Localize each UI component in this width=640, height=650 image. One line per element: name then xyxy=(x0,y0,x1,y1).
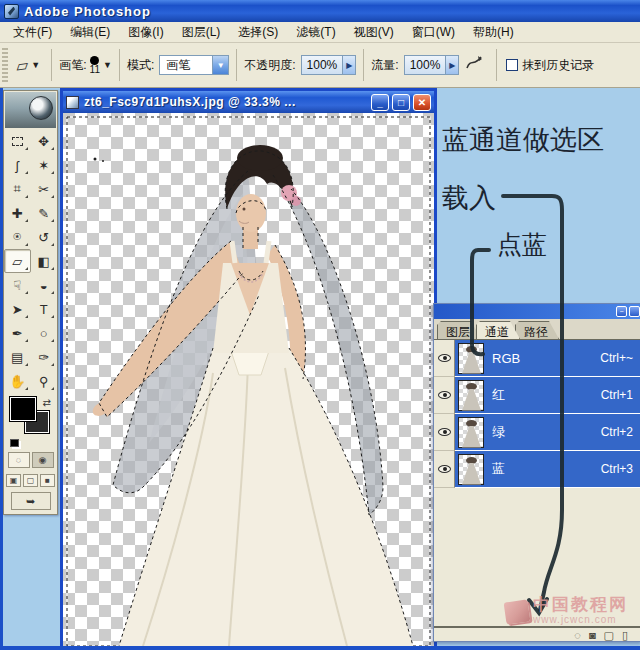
menu-edit[interactable]: 编辑(E) xyxy=(61,22,119,43)
menu-file[interactable]: 文件(F) xyxy=(4,22,61,43)
toolbox-banner[interactable] xyxy=(5,92,56,128)
visibility-cell[interactable] xyxy=(434,414,455,451)
options-grip[interactable] xyxy=(2,48,8,82)
tool-hand[interactable]: ✋ xyxy=(4,369,31,393)
channel-name: 蓝 xyxy=(492,460,601,478)
visibility-cell[interactable] xyxy=(434,377,455,414)
channel-row-rgb[interactable]: RGB Ctrl+~ xyxy=(434,340,640,377)
jump-to-imageready-button[interactable]: ➥ xyxy=(11,492,51,510)
tool-pen[interactable]: ✒ xyxy=(4,321,31,345)
panel-close-button[interactable] xyxy=(629,306,640,317)
healing-brush-icon: ✚ xyxy=(12,206,23,221)
spin-arrow-icon[interactable]: ▶ xyxy=(445,56,458,74)
opacity-label: 不透明度: xyxy=(244,57,295,74)
tool-magic-wand[interactable]: ✶ xyxy=(31,153,58,177)
menu-image[interactable]: 图像(I) xyxy=(119,22,172,43)
document-titlebar[interactable]: zt6_Fsc97d1PuhsX.jpg @ 33.3% ... _ □ ✕ xyxy=(63,91,434,113)
chevron-down-icon: ▼ xyxy=(31,60,40,70)
tool-move[interactable]: ✥ xyxy=(31,129,58,153)
pen-icon: ✒ xyxy=(12,326,23,341)
divider xyxy=(119,49,120,81)
eye-icon xyxy=(438,428,451,436)
tool-eyedropper[interactable]: ✑ xyxy=(31,345,58,369)
channels-panel-titlebar[interactable]: − xyxy=(434,304,640,319)
flow-field[interactable]: 100% ▶ xyxy=(404,55,460,75)
zoom-icon: ⚲ xyxy=(39,374,49,389)
channel-row-green[interactable]: 绿 Ctrl+2 xyxy=(434,414,640,451)
tool-eraser[interactable]: ▱ xyxy=(4,249,31,273)
airbrush-icon[interactable] xyxy=(465,55,483,75)
delete-channel-button[interactable]: ▯ xyxy=(622,630,628,641)
tab-paths[interactable]: 路径 xyxy=(515,321,559,339)
tool-healing-brush[interactable]: ✚ xyxy=(4,201,31,225)
tool-clone-stamp[interactable]: ⍟ xyxy=(4,225,31,249)
active-tool-preset[interactable]: ▱ ▼ xyxy=(16,56,40,75)
new-channel-button[interactable]: ▢ xyxy=(604,630,614,641)
visibility-cell[interactable] xyxy=(434,451,455,488)
standard-screen-button[interactable]: ▣ xyxy=(6,474,21,487)
eyedropper-icon: ✑ xyxy=(38,350,49,365)
color-swatches: ⇄ xyxy=(10,397,51,449)
window-border xyxy=(0,0,3,650)
menu-view[interactable]: 视图(V) xyxy=(345,22,403,43)
tool-smudge[interactable]: ☟ xyxy=(4,273,31,297)
spin-arrow-icon[interactable]: ▶ xyxy=(342,56,355,74)
app-titlebar[interactable]: Adobe Photoshop xyxy=(0,0,640,22)
tool-history-brush[interactable]: ↺ xyxy=(31,225,58,249)
brush-preset-picker[interactable]: 11 xyxy=(90,56,100,75)
flow-value: 100% xyxy=(405,58,446,72)
brush-label: 画笔: xyxy=(59,57,86,74)
tool-brush[interactable]: ✎ xyxy=(31,201,58,225)
menu-select[interactable]: 选择(S) xyxy=(229,22,287,43)
quick-mask-button[interactable]: ◉ xyxy=(32,452,54,468)
panel-minimize-button[interactable]: − xyxy=(616,306,627,317)
save-selection-as-channel-button[interactable]: ◙ xyxy=(589,630,596,641)
doc-close-button[interactable]: ✕ xyxy=(413,94,431,111)
tool-grid: ✥ ʃ ✶ ⌗ ✂ ✚ ✎ ⍟ ↺ ▱ ◧ ☟ ◒ ➤ T ✒ ○ ▤ ✑ ✋ … xyxy=(4,129,57,393)
swap-colors-icon[interactable]: ⇄ xyxy=(43,397,51,408)
tool-path-selection[interactable]: ➤ xyxy=(4,297,31,321)
channel-row-red[interactable]: 红 Ctrl+1 xyxy=(434,377,640,414)
doc-maximize-button[interactable]: □ xyxy=(392,94,410,111)
tab-layers[interactable]: 图层 xyxy=(437,321,481,339)
tool-slice[interactable]: ✂ xyxy=(31,177,58,201)
visibility-cell[interactable] xyxy=(434,340,455,377)
menu-filter[interactable]: 滤镜(T) xyxy=(287,22,344,43)
tool-type[interactable]: T xyxy=(31,297,58,321)
document-canvas[interactable] xyxy=(63,113,434,650)
tool-lasso[interactable]: ʃ xyxy=(4,153,31,177)
fullscreen-button[interactable]: ■ xyxy=(40,474,55,487)
tool-shape[interactable]: ○ xyxy=(31,321,58,345)
eye-icon xyxy=(438,465,451,473)
tool-gradient[interactable]: ◧ xyxy=(31,249,58,273)
mode-value: 画笔 xyxy=(160,57,212,74)
tool-zoom[interactable]: ⚲ xyxy=(31,369,58,393)
channel-thumbnail xyxy=(458,343,484,374)
tool-dodge[interactable]: ◒ xyxy=(31,273,58,297)
doc-minimize-button[interactable]: _ xyxy=(371,94,389,111)
history-brush-icon: ↺ xyxy=(38,230,49,245)
tool-notes[interactable]: ▤ xyxy=(4,345,31,369)
eraser-icon: ▱ xyxy=(12,254,22,269)
tool-crop[interactable]: ⌗ xyxy=(4,177,31,201)
menu-window[interactable]: 窗口(W) xyxy=(403,22,464,43)
foreground-color-swatch[interactable] xyxy=(10,397,36,421)
imageready-icon: ➥ xyxy=(26,495,35,508)
chevron-down-icon[interactable]: ▼ xyxy=(103,60,112,70)
tab-channels[interactable]: 通道 xyxy=(476,321,520,339)
default-colors-icon[interactable] xyxy=(10,439,19,447)
standard-mode-button[interactable]: ◌ xyxy=(8,452,30,468)
channel-thumbnail xyxy=(458,380,484,411)
load-channel-as-selection-button[interactable]: ◌ xyxy=(574,630,581,641)
opacity-field[interactable]: 100% ▶ xyxy=(301,55,357,75)
document-window: zt6_Fsc97d1PuhsX.jpg @ 33.3% ... _ □ ✕ xyxy=(60,88,437,650)
erase-to-history-checkbox[interactable] xyxy=(506,59,518,71)
channel-row-blue[interactable]: 蓝 Ctrl+3 xyxy=(434,451,640,488)
fullscreen-menubar-button[interactable]: ▢ xyxy=(23,474,38,487)
menu-layer[interactable]: 图层(L) xyxy=(173,22,230,43)
brush-size-value: 11 xyxy=(90,65,100,75)
mode-select[interactable]: 画笔 ▼ xyxy=(159,55,229,75)
menu-help[interactable]: 帮助(H) xyxy=(464,22,523,43)
combo-arrow-icon[interactable]: ▼ xyxy=(212,56,228,74)
tool-rectangular-marquee[interactable] xyxy=(4,129,31,153)
